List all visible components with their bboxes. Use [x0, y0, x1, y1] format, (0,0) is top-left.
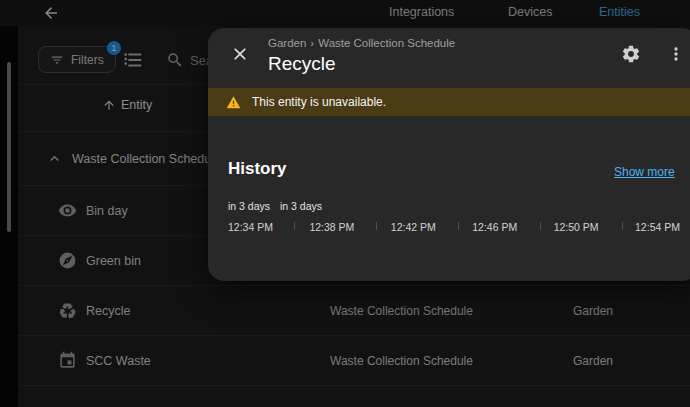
chevron-right-icon: › [310, 37, 314, 49]
show-more-link[interactable]: Show more [614, 165, 675, 179]
more-options-button[interactable] [666, 44, 686, 64]
breadcrumb: Garden›Waste Collection Schedule [268, 36, 455, 51]
entity-dialog: Garden›Waste Collection Schedule Recycle… [208, 28, 690, 281]
app-window: Integrations Devices Entities Filters 1 … [0, 0, 690, 407]
breadcrumb-device: Waste Collection Schedule [318, 37, 455, 49]
warning-text: This entity is unavailable. [252, 95, 386, 109]
settings-button[interactable] [621, 44, 641, 64]
dialog-header: Garden›Waste Collection Schedule Recycle [268, 36, 455, 76]
time-label: 12:50 PM [554, 221, 599, 233]
history-state-label: in 3 days [228, 200, 270, 212]
dots-vertical-icon [666, 44, 686, 64]
gear-icon [621, 44, 641, 64]
warning-icon [226, 95, 241, 110]
time-label: 12:46 PM [472, 221, 517, 233]
history-time-axis: 12:34 PM 12:38 PM 12:42 PM 12:46 PM 12:5… [228, 221, 680, 233]
time-label: 12:34 PM [228, 221, 273, 233]
breadcrumb-area: Garden [268, 37, 306, 49]
time-label: 12:42 PM [391, 221, 436, 233]
unavailable-warning-banner: This entity is unavailable. [208, 88, 690, 116]
close-button[interactable] [230, 44, 250, 64]
history-state-label: in 3 days [280, 200, 322, 212]
time-label: 12:38 PM [309, 221, 354, 233]
dialog-title: Recycle [268, 51, 455, 76]
history-section-title: History [228, 159, 287, 179]
time-label: 12:54 PM [635, 221, 680, 233]
close-icon [230, 44, 250, 64]
